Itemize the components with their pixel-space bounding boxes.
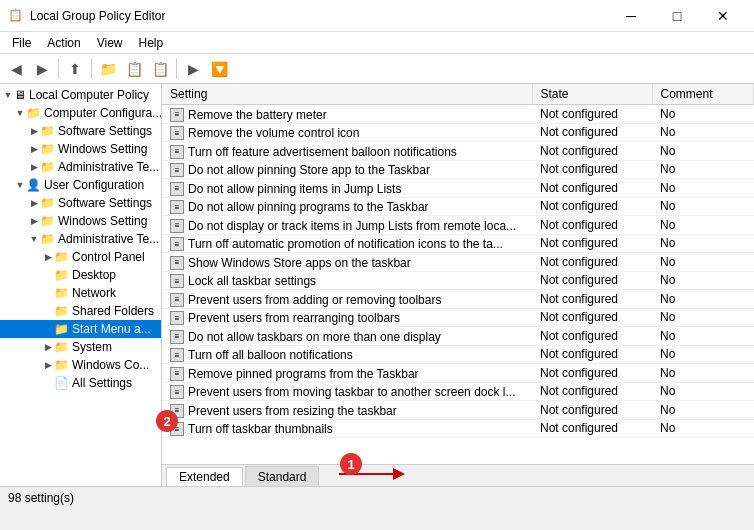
- status-text: 98 setting(s): [8, 491, 74, 505]
- export-button[interactable]: ▶: [181, 57, 205, 81]
- table-row[interactable]: ≡Prevent users from moving taskbar to an…: [162, 382, 754, 401]
- tree-item-start-menu[interactable]: ▶ 📁 Start Menu a...: [0, 320, 161, 338]
- item-label: User Configuration: [44, 178, 144, 192]
- col-comment: Comment: [652, 84, 754, 105]
- cell-setting: ≡Turn off all balloon notifications: [162, 345, 532, 364]
- separator-2: [91, 59, 92, 79]
- table-row[interactable]: ≡Prevent users from resizing the taskbar…: [162, 401, 754, 420]
- item-label: Administrative Te...: [58, 160, 159, 174]
- tree-item-windows-components[interactable]: ▶ 📁 Windows Co...: [0, 356, 161, 374]
- cell-setting: ≡Prevent users from resizing the taskbar: [162, 401, 532, 420]
- item-label: Shared Folders: [72, 304, 154, 318]
- table-row[interactable]: ≡Remove the battery meterNot configuredN…: [162, 105, 754, 124]
- tree-item-software-settings-1[interactable]: ▶ 📁 Software Settings: [0, 122, 161, 140]
- filter-button[interactable]: 🔽: [207, 57, 231, 81]
- separator-3: [176, 59, 177, 79]
- expand-icon: ▼: [14, 107, 26, 119]
- tree-item-control-panel[interactable]: ▶ 📁 Control Panel: [0, 248, 161, 266]
- tree-item-windows-settings-1[interactable]: ▶ 📁 Windows Setting: [0, 140, 161, 158]
- table-row[interactable]: ≡Turn off taskbar thumbnailsNot configur…: [162, 419, 754, 438]
- table-row[interactable]: ≡Do not display or track items in Jump L…: [162, 216, 754, 235]
- table-row[interactable]: ≡Remove the volume control iconNot confi…: [162, 123, 754, 142]
- menu-help[interactable]: Help: [131, 34, 172, 52]
- tab-bar: Extended Standard: [162, 464, 754, 486]
- cell-state: Not configured: [532, 216, 652, 235]
- tree-item-all-settings[interactable]: ▶ 📄 All Settings: [0, 374, 161, 392]
- cell-setting: ≡Do not allow pinning Store app to the T…: [162, 160, 532, 179]
- cell-state: Not configured: [532, 197, 652, 216]
- table-row[interactable]: ≡Do not allow pinning Store app to the T…: [162, 160, 754, 179]
- menu-view[interactable]: View: [89, 34, 131, 52]
- cell-comment: No: [652, 364, 754, 383]
- policy-icon: ≡: [170, 330, 184, 344]
- policy-icon: ≡: [170, 163, 184, 177]
- table-row[interactable]: ≡Remove pinned programs from the Taskbar…: [162, 364, 754, 383]
- table-container[interactable]: Setting State Comment ≡Remove the batter…: [162, 84, 754, 464]
- expand-icon: ▶: [42, 251, 54, 263]
- item-icon: 📁: [54, 286, 69, 300]
- tree-item-desktop[interactable]: ▶ 📁 Desktop: [0, 266, 161, 284]
- tree-item-software-settings-2[interactable]: ▶ 📁 Software Settings: [0, 194, 161, 212]
- app-title: Local Group Policy Editor: [30, 9, 165, 23]
- menu-file[interactable]: File: [4, 34, 39, 52]
- expand-icon: ▶: [28, 161, 40, 173]
- item-label: Network: [72, 286, 116, 300]
- tree-item-admin-templates-1[interactable]: ▶ 📁 Administrative Te...: [0, 158, 161, 176]
- table-row[interactable]: ≡Do not allow pinning items in Jump List…: [162, 179, 754, 198]
- cell-comment: No: [652, 216, 754, 235]
- menu-action[interactable]: Action: [39, 34, 88, 52]
- back-button[interactable]: ◀: [4, 57, 28, 81]
- settings-table: Setting State Comment ≡Remove the batter…: [162, 84, 754, 438]
- forward-button[interactable]: ▶: [30, 57, 54, 81]
- tree-item-windows-settings-2[interactable]: ▶ 📁 Windows Setting: [0, 212, 161, 230]
- expand-icon: ▶: [42, 341, 54, 353]
- show-hide-button[interactable]: 📁: [96, 57, 120, 81]
- cell-comment: No: [652, 327, 754, 346]
- separator-1: [58, 59, 59, 79]
- tree-item-shared-folders[interactable]: ▶ 📁 Shared Folders: [0, 302, 161, 320]
- tab-extended[interactable]: Extended: [166, 467, 243, 486]
- cell-setting: ≡Show Windows Store apps on the taskbar: [162, 253, 532, 272]
- policy-icon: ≡: [170, 404, 184, 418]
- tree-item-local-computer-policy[interactable]: ▼ 🖥 Local Computer Policy: [0, 86, 161, 104]
- table-row[interactable]: ≡Turn off all balloon notificationsNot c…: [162, 345, 754, 364]
- tree-item-system[interactable]: ▶ 📁 System: [0, 338, 161, 356]
- tree-item-admin-templates-2[interactable]: ▼ 📁 Administrative Te...: [0, 230, 161, 248]
- maximize-button[interactable]: □: [654, 0, 700, 32]
- close-button[interactable]: ✕: [700, 0, 746, 32]
- minimize-button[interactable]: ─: [608, 0, 654, 32]
- item-label: Desktop: [72, 268, 116, 282]
- cell-setting: ≡Remove pinned programs from the Taskbar: [162, 364, 532, 383]
- tab-standard[interactable]: Standard: [245, 466, 320, 486]
- tree-item-computer-configuration[interactable]: ▼ 📁 Computer Configura...: [0, 104, 161, 122]
- cell-state: Not configured: [532, 308, 652, 327]
- policy-icon: ≡: [170, 145, 184, 159]
- item-icon: 📁: [26, 106, 41, 120]
- refresh-button[interactable]: 📋: [148, 57, 172, 81]
- cell-setting: ≡Do not allow taskbars on more than one …: [162, 327, 532, 346]
- item-icon: 📁: [54, 250, 69, 264]
- cell-comment: No: [652, 197, 754, 216]
- view-button[interactable]: 📋: [122, 57, 146, 81]
- item-label: Windows Co...: [72, 358, 149, 372]
- policy-icon: ≡: [170, 367, 184, 381]
- table-row[interactable]: ≡Prevent users from adding or removing t…: [162, 290, 754, 309]
- expand-icon: ▼: [28, 233, 40, 245]
- item-icon: 📁: [40, 124, 55, 138]
- item-icon: 📁: [40, 142, 55, 156]
- up-button[interactable]: ⬆: [63, 57, 87, 81]
- table-row[interactable]: ≡Turn off feature advertisement balloon …: [162, 142, 754, 161]
- item-icon: 🖥: [14, 88, 26, 102]
- tree-item-user-configuration[interactable]: ▼ 👤 User Configuration: [0, 176, 161, 194]
- tree-item-network[interactable]: ▶ 📁 Network: [0, 284, 161, 302]
- table-row[interactable]: ≡Do not allow taskbars on more than one …: [162, 327, 754, 346]
- policy-icon: ≡: [170, 256, 184, 270]
- cell-setting: ≡Do not display or track items in Jump L…: [162, 216, 532, 235]
- table-row[interactable]: ≡Show Windows Store apps on the taskbarN…: [162, 253, 754, 272]
- table-row[interactable]: ≡Turn off automatic promotion of notific…: [162, 234, 754, 253]
- table-row[interactable]: ≡Do not allow pinning programs to the Ta…: [162, 197, 754, 216]
- table-row[interactable]: ≡Lock all taskbar settingsNot configured…: [162, 271, 754, 290]
- cell-comment: No: [652, 308, 754, 327]
- item-label: Software Settings: [58, 196, 152, 210]
- table-row[interactable]: ≡Prevent users from rearranging toolbars…: [162, 308, 754, 327]
